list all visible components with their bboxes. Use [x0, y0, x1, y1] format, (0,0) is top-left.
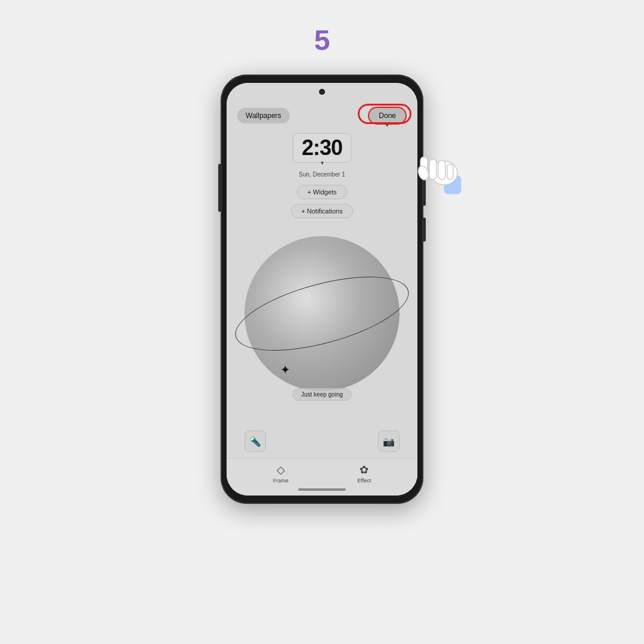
clock-time: 2:30	[302, 137, 342, 159]
camera-button[interactable]: 📷	[378, 431, 400, 452]
lock-screen: Wallpapers Done 2:30 Sun, December 1 + W…	[227, 83, 417, 496]
clock-area: 2:30 Sun, December 1	[227, 133, 417, 178]
svg-rect-3	[429, 159, 436, 179]
sparkle-icon: ✦	[280, 363, 290, 377]
quote-pill: Just keep going	[292, 388, 352, 401]
notifications-button[interactable]: + Notifications	[291, 204, 352, 218]
top-bar: Wallpapers Done	[227, 101, 417, 129]
bottom-shortcut-icons: 🔦 📷	[227, 431, 417, 458]
camera-notch	[319, 89, 325, 95]
effect-label: Effect	[357, 478, 371, 484]
home-bar	[298, 488, 346, 491]
pills-area: + Widgets + Notifications	[227, 180, 417, 218]
step-number: 5	[314, 24, 330, 57]
svg-rect-5	[447, 164, 453, 179]
volume-buttons	[218, 164, 221, 212]
done-button[interactable]: Done	[368, 107, 407, 125]
phone-body: Wallpapers Done 2:30 Sun, December 1 + W…	[221, 75, 423, 504]
frame-label: Frame	[273, 478, 289, 484]
frame-nav-item[interactable]: ◇ Frame	[273, 463, 289, 484]
cursor-hand	[411, 134, 471, 200]
wallpaper-area: ✦ Just keep going	[227, 218, 417, 431]
wallpapers-button[interactable]: Wallpapers	[237, 108, 290, 123]
effect-nav-item[interactable]: ✿ Effect	[357, 463, 371, 484]
flashlight-button[interactable]: 🔦	[244, 431, 266, 452]
phone-mockup: Wallpapers Done 2:30 Sun, December 1 + W…	[221, 75, 423, 504]
clock-date: Sun, December 1	[299, 171, 345, 178]
bottom-nav: ◇ Frame ✿ Effect	[227, 458, 417, 486]
phone-screen: Wallpapers Done 2:30 Sun, December 1 + W…	[227, 83, 417, 496]
widgets-button[interactable]: + Widgets	[297, 185, 346, 199]
clock-box: 2:30	[293, 133, 351, 163]
svg-rect-4	[438, 160, 445, 179]
effect-icon: ✿	[360, 463, 369, 476]
home-indicator	[227, 486, 417, 496]
svg-point-6	[416, 165, 430, 181]
frame-icon: ◇	[277, 463, 285, 476]
